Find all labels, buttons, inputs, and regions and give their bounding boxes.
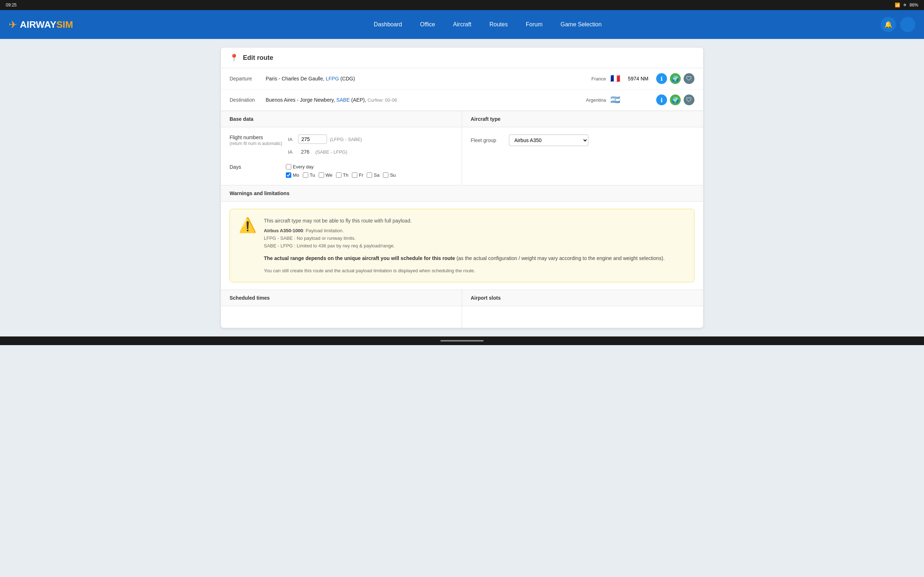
warning-detail-0: Airbus A350-1000: Payload limitation. xyxy=(264,228,685,233)
warning-detail-1: LFPG - SABE : No payload or runway limit… xyxy=(264,235,685,241)
sa-checkbox[interactable] xyxy=(367,172,372,178)
sa-label: Sa xyxy=(373,172,380,178)
notification-button[interactable]: 🔔 xyxy=(881,17,896,32)
navbar: ✈ AIRWAYSIM Dashboard Office Aircraft Ro… xyxy=(0,10,924,39)
status-bar: 09:25 📶 ✈ 86% xyxy=(0,0,924,10)
warning-detail-text-0: : Payload limitation. xyxy=(303,228,344,233)
warning-main-text: This aircraft type may not be able to fl… xyxy=(264,218,685,224)
day-mo[interactable]: Mo xyxy=(286,172,299,178)
day-th[interactable]: Th xyxy=(336,172,348,178)
destination-actions: ℹ 🌍 🛡 xyxy=(656,95,695,105)
logo-text: AIRWAYSIM xyxy=(20,19,73,30)
fr-checkbox[interactable] xyxy=(352,172,357,178)
scheduled-times-header: Scheduled times xyxy=(221,290,462,306)
warning-content: This aircraft type may not be able to fl… xyxy=(264,218,685,273)
day-sa[interactable]: Sa xyxy=(367,172,380,178)
outbound-flight-input[interactable] xyxy=(298,134,327,144)
everyday-checkbox[interactable] xyxy=(286,164,291,169)
destination-curfew: Curfew: 00-06 xyxy=(367,97,397,103)
wifi-icon: 📶 xyxy=(895,3,900,8)
warnings-header: Warnings and limitations xyxy=(221,185,703,201)
destination-iata: (AEP), xyxy=(351,97,366,103)
everyday-check[interactable]: Every day xyxy=(286,164,313,169)
navbar-icons: 🔔 👤 xyxy=(881,17,915,32)
th-label: Th xyxy=(343,172,348,178)
bottom-bar xyxy=(0,337,924,345)
we-label: We xyxy=(326,172,333,178)
warning-box: ⚠️ This aircraft type may not be able to… xyxy=(229,209,695,282)
day-su[interactable]: Su xyxy=(383,172,396,178)
su-checkbox[interactable] xyxy=(383,172,388,178)
fn-prefix-2: IA xyxy=(288,149,295,155)
departure-code[interactable]: LFPG xyxy=(326,76,339,82)
airport-slots-body xyxy=(462,306,703,328)
day-we[interactable]: We xyxy=(319,172,333,178)
destination-label: Destination xyxy=(229,97,266,103)
warning-range: The actual range depends on the unique a… xyxy=(264,254,685,262)
base-data-section: Base data Flight numbers (return flt num… xyxy=(221,111,703,185)
nav-forum[interactable]: Forum xyxy=(526,21,543,28)
destination-row: Destination Buenos Aires - Jorge Newbery… xyxy=(221,89,703,111)
return-flight-number: 276 xyxy=(298,148,312,156)
departure-right: France 🇫🇷 xyxy=(591,74,620,83)
destination-airport: Buenos Aires - Jorge Newbery, xyxy=(266,97,335,103)
warning-detail-text-2: SABE - LFPG : Limited to 436 pax by rwy … xyxy=(264,243,395,248)
departure-flag: 🇫🇷 xyxy=(611,74,620,83)
user-button[interactable]: 👤 xyxy=(900,17,915,32)
fleet-group-select[interactable]: Airbus A350 Boeing 737 Boeing 777 Airbus… xyxy=(509,134,588,146)
fleet-group-row: Fleet group Airbus A350 Boeing 737 Boein… xyxy=(462,127,703,153)
logo-plane-icon: ✈ xyxy=(9,19,17,31)
airport-slots-col: Airport slots xyxy=(462,290,703,328)
edit-route-card: 📍 Edit route Departure Paris - Charles D… xyxy=(221,48,703,328)
departure-country: France xyxy=(591,76,606,82)
nav-dashboard[interactable]: Dashboard xyxy=(374,21,402,28)
fn-prefix-1: IA xyxy=(288,137,295,142)
logo: ✈ AIRWAYSIM xyxy=(9,19,73,31)
nav-routes[interactable]: Routes xyxy=(489,21,508,28)
destination-globe-icon[interactable]: 🌍 xyxy=(670,95,681,105)
bottom-section: Scheduled times Airport slots xyxy=(221,290,703,328)
destination-code[interactable]: SABE xyxy=(336,97,350,103)
departure-actions: ℹ 🌍 🛡 xyxy=(656,73,695,84)
departure-iata: (CDG) xyxy=(340,76,355,82)
distance-cell: 5974 NM xyxy=(620,76,656,82)
warning-range-note: (as the actual configuration / weight ma… xyxy=(455,255,665,261)
fleet-group-label: Fleet group xyxy=(471,137,503,143)
status-time: 09:25 xyxy=(6,3,16,8)
nav-game-selection[interactable]: Game Selection xyxy=(561,21,602,28)
distance-value: 5974 NM xyxy=(628,76,649,82)
th-checkbox[interactable] xyxy=(336,172,341,178)
departure-info-icon[interactable]: ℹ xyxy=(656,73,667,84)
destination-info-icon[interactable]: ℹ xyxy=(656,95,667,105)
warnings-section: Warnings and limitations ⚠️ This aircraf… xyxy=(221,185,703,290)
day-tu[interactable]: Tu xyxy=(303,172,315,178)
we-checkbox[interactable] xyxy=(319,172,324,178)
departure-label: Departure xyxy=(229,76,266,82)
aircraft-type-col: Aircraft type Fleet group Airbus A350 Bo… xyxy=(462,111,703,185)
days-checkboxes: Every day Mo Tu xyxy=(286,164,396,178)
aircraft-type-header: Aircraft type xyxy=(462,111,703,127)
home-indicator xyxy=(440,340,484,342)
destination-value: Buenos Aires - Jorge Newbery, SABE (AEP)… xyxy=(266,97,586,103)
outbound-flight-row: IA (LFPG - SABE) xyxy=(288,134,362,144)
departure-shield-icon[interactable]: 🛡 xyxy=(683,73,695,84)
destination-country: Argentina xyxy=(586,97,606,103)
day-fr[interactable]: Fr xyxy=(352,172,363,178)
nav-aircraft[interactable]: Aircraft xyxy=(453,21,472,28)
flight-numbers-inputs: IA (LFPG - SABE) IA 276 (SABE - LFPG) xyxy=(288,134,362,160)
pin-icon: 📍 xyxy=(229,53,239,62)
warning-foot: You can still create this route and the … xyxy=(264,268,685,273)
everyday-row: Every day xyxy=(286,164,396,169)
warning-triangle-icon: ⚠️ xyxy=(239,218,257,273)
days-section: Days Every day Mo xyxy=(229,164,453,178)
return-flight-row: IA 276 (SABE - LFPG) xyxy=(288,148,362,156)
nav-office[interactable]: Office xyxy=(420,21,435,28)
card-header: 📍 Edit route xyxy=(221,48,703,68)
mo-checkbox[interactable] xyxy=(286,172,291,178)
base-data-body: Flight numbers (return flt num is automa… xyxy=(221,127,462,185)
tu-checkbox[interactable] xyxy=(303,172,308,178)
everyday-label: Every day xyxy=(293,164,313,169)
departure-globe-icon[interactable]: 🌍 xyxy=(670,73,681,84)
flight-numbers-label-wrap: Flight numbers (return flt num is automa… xyxy=(229,134,282,151)
destination-shield-icon[interactable]: 🛡 xyxy=(683,95,695,105)
